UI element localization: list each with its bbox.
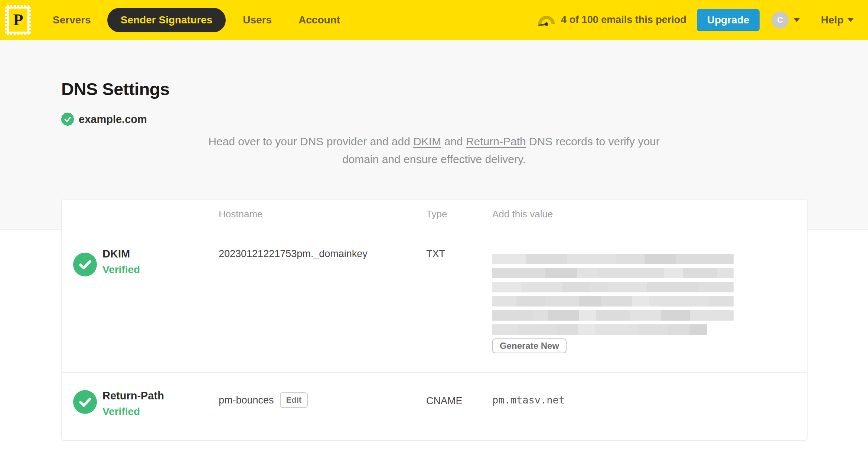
header-add-this-value: Add this value [492, 200, 807, 229]
topbar-right-cluster: 4 of 100 emails this period Upgrade C He… [537, 9, 854, 31]
instructions-text: Head over to your DNS provider and add [208, 135, 413, 147]
usage-gauge-icon [537, 13, 556, 27]
domain-name: example.com [79, 113, 147, 126]
help-label: Help [821, 14, 843, 26]
status-badge: Verified [102, 263, 140, 276]
nav-item-sender-signatures[interactable]: Sender Signatures [107, 8, 226, 32]
table-row-return-path: Return-Path Verified pm-bounces Edit CNA… [62, 373, 807, 440]
value-cell: pm.mtasv.net [492, 373, 807, 440]
record-name: Return-Path [102, 389, 164, 402]
header-hostname: Hostname [219, 200, 426, 229]
redacted-dkim-value [492, 254, 734, 335]
page-title: DNS Settings [61, 79, 170, 99]
table-header-row: Hostname Type Add this value [62, 200, 807, 229]
record-cell: DKIM Verified [62, 229, 219, 372]
record-cell: Return-Path Verified [62, 373, 219, 440]
postmark-logo[interactable]: P [5, 5, 31, 35]
help-menu[interactable]: Help [821, 14, 854, 26]
dns-records-card: Hostname Type Add this value DKIM Verifi… [61, 199, 807, 441]
primary-nav: Servers Sender Signatures Users Account [31, 8, 340, 32]
check-circle-icon [73, 253, 97, 276]
return-path-link[interactable]: Return-Path [466, 135, 526, 147]
status-badge: Verified [102, 405, 164, 418]
hostname-value: pm-bounces [219, 393, 274, 407]
dns-instructions: Head over to your DNS provider and add D… [196, 133, 672, 168]
record-name: DKIM [102, 247, 140, 260]
nav-item-servers[interactable]: Servers [53, 14, 91, 26]
record-labels: Return-Path Verified [102, 389, 164, 418]
redacted-value-line [492, 324, 707, 335]
check-circle-icon [73, 390, 97, 414]
value-cell: Generate New [492, 229, 807, 372]
redacted-value-line [492, 254, 734, 264]
verified-domain: example.com [61, 112, 147, 126]
hostname-cell: 20230121221753pm._domainkey [219, 229, 426, 372]
edit-button[interactable]: Edit [280, 392, 308, 408]
chevron-down-icon [847, 18, 854, 22]
nav-item-users[interactable]: Users [243, 14, 272, 26]
chevron-down-icon [793, 18, 800, 22]
logo-letter: P [13, 12, 23, 28]
hostname-cell: pm-bounces Edit [219, 373, 426, 440]
table-row-dkim: DKIM Verified 20230121221753pm._domainke… [62, 229, 807, 373]
nav-item-account[interactable]: Account [298, 14, 340, 26]
account-menu[interactable]: C [771, 12, 800, 29]
top-navigation-bar: P Servers Sender Signatures Users Accoun… [0, 0, 868, 40]
usage-counter: 4 of 100 emails this period [561, 14, 686, 26]
upgrade-button[interactable]: Upgrade [697, 9, 760, 31]
postmark-logo-stamp: P [9, 9, 27, 32]
type-cell: CNAME [426, 373, 492, 440]
header-record [62, 200, 219, 229]
redacted-value-line [492, 310, 734, 321]
avatar[interactable]: C [771, 12, 789, 29]
dkim-link[interactable]: DKIM [413, 135, 441, 147]
record-labels: DKIM Verified [102, 247, 140, 276]
redacted-value-line [492, 296, 734, 307]
generate-new-button[interactable]: Generate New [492, 338, 567, 353]
instructions-text: and [441, 135, 466, 147]
verified-seal-icon [61, 112, 75, 126]
redacted-value-line [492, 268, 734, 278]
type-cell: TXT [426, 229, 492, 372]
header-type: Type [426, 200, 492, 229]
redacted-value-line [492, 282, 734, 292]
